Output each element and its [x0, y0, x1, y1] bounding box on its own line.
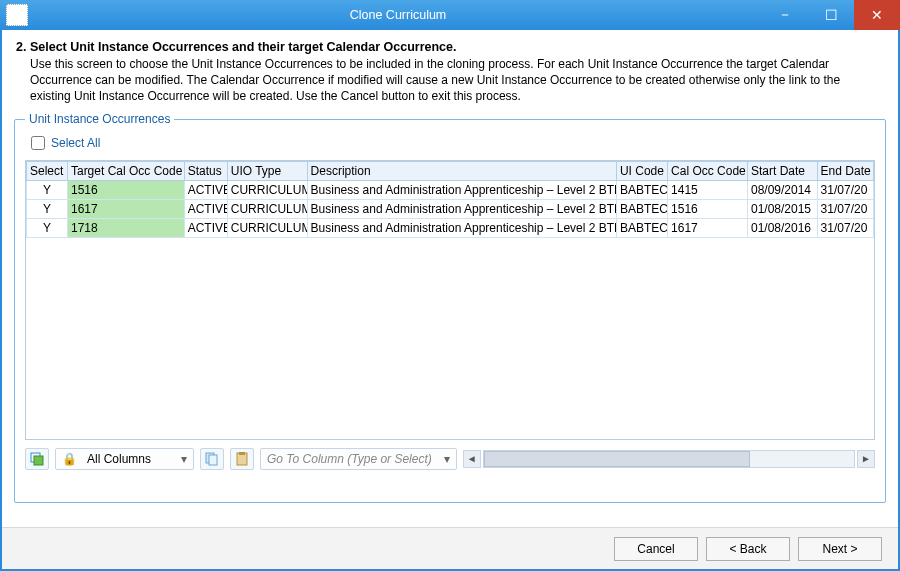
- column-header-cal_code[interactable]: Cal Occ Code: [668, 161, 748, 180]
- column-header-status[interactable]: Status: [184, 161, 227, 180]
- step-body-text: Use this screen to choose the Unit Insta…: [30, 56, 884, 105]
- scroll-thumb[interactable]: [484, 451, 751, 467]
- lock-icon: 🔒: [56, 452, 83, 466]
- cell-target[interactable]: 1516: [67, 180, 184, 199]
- svg-rect-3: [209, 455, 217, 465]
- window-title: Clone Curriculum: [34, 8, 762, 22]
- cell-ui_code: BABTEC: [616, 199, 667, 218]
- cell-start: 01/08/2016: [747, 218, 817, 237]
- column-header-select[interactable]: Select: [27, 161, 68, 180]
- column-header-ui_code[interactable]: UI Code: [616, 161, 667, 180]
- grid-header-row: SelectTarget Cal Occ CodeStatusUIO TypeD…: [27, 161, 874, 180]
- cancel-button[interactable]: Cancel: [614, 537, 698, 561]
- close-button[interactable]: ✕: [854, 0, 900, 30]
- svg-rect-5: [239, 452, 245, 455]
- cell-uio_type: CURRICULUM: [227, 180, 307, 199]
- cell-ui_code: BABTEC: [616, 180, 667, 199]
- uio-groupbox: Unit Instance Occurrences Select All Sel…: [14, 119, 886, 503]
- next-button[interactable]: Next >: [798, 537, 882, 561]
- cell-cal_code: 1617: [668, 218, 748, 237]
- maximize-button[interactable]: ☐: [808, 0, 854, 30]
- column-header-desc[interactable]: Description: [307, 161, 616, 180]
- grid-toolbar: 🔒 All Columns ▾ Go To Column (Type or Se…: [25, 448, 875, 470]
- cell-select[interactable]: Y: [27, 180, 68, 199]
- step-heading: Select Unit Instance Occurrences and the…: [30, 40, 457, 54]
- cell-status: ACTIVE: [184, 180, 227, 199]
- cell-target[interactable]: 1617: [67, 199, 184, 218]
- cell-cal_code: 1415: [668, 180, 748, 199]
- goto-column-placeholder: Go To Column (Type or Select): [261, 452, 438, 466]
- cell-status: ACTIVE: [184, 199, 227, 218]
- cell-end: 31/07/20: [817, 180, 873, 199]
- select-all-label: Select All: [51, 136, 100, 150]
- groupbox-legend: Unit Instance Occurrences: [25, 112, 174, 126]
- cell-target[interactable]: 1718: [67, 218, 184, 237]
- cell-ui_code: BABTEC: [616, 218, 667, 237]
- column-picker[interactable]: 🔒 All Columns ▾: [55, 448, 194, 470]
- back-button[interactable]: < Back: [706, 537, 790, 561]
- cell-status: ACTIVE: [184, 218, 227, 237]
- export-icon[interactable]: [25, 448, 49, 470]
- table-row[interactable]: Y1516ACTIVECURRICULUMBusiness and Admini…: [27, 180, 874, 199]
- column-picker-label: All Columns: [83, 452, 175, 466]
- table-row[interactable]: Y1718ACTIVECURRICULUMBusiness and Admini…: [27, 218, 874, 237]
- copy-icon[interactable]: [200, 448, 224, 470]
- title-bar: Clone Curriculum － ☐ ✕: [0, 0, 900, 30]
- column-header-end[interactable]: End Date: [817, 161, 873, 180]
- svg-rect-1: [34, 456, 43, 465]
- cell-uio_type: CURRICULUM: [227, 199, 307, 218]
- cell-end: 31/07/20: [817, 218, 873, 237]
- step-number: 2.: [16, 40, 26, 54]
- paste-icon[interactable]: [230, 448, 254, 470]
- window-body: 2. Select Unit Instance Occurrences and …: [0, 30, 900, 571]
- cell-desc: Business and Administration Apprenticesh…: [307, 180, 616, 199]
- column-header-uio_type[interactable]: UIO Type: [227, 161, 307, 180]
- table-row[interactable]: Y1617ACTIVECURRICULUMBusiness and Admini…: [27, 199, 874, 218]
- column-header-target[interactable]: Target Cal Occ Code: [67, 161, 184, 180]
- cell-select[interactable]: Y: [27, 199, 68, 218]
- wizard-footer: Cancel < Back Next >: [2, 527, 898, 569]
- chevron-down-icon: ▾: [175, 452, 193, 466]
- cell-select[interactable]: Y: [27, 218, 68, 237]
- system-menu-icon[interactable]: [6, 4, 28, 26]
- chevron-down-icon: ▾: [438, 452, 456, 466]
- cell-uio_type: CURRICULUM: [227, 218, 307, 237]
- column-header-start[interactable]: Start Date: [747, 161, 817, 180]
- cell-start: 08/09/2014: [747, 180, 817, 199]
- wizard-instructions: 2. Select Unit Instance Occurrences and …: [2, 30, 898, 113]
- cell-desc: Business and Administration Apprenticesh…: [307, 199, 616, 218]
- select-all-row: Select All: [31, 136, 875, 150]
- cell-cal_code: 1516: [668, 199, 748, 218]
- select-all-checkbox[interactable]: [31, 136, 45, 150]
- uio-grid[interactable]: SelectTarget Cal Occ CodeStatusUIO TypeD…: [25, 160, 875, 440]
- scroll-right-arrow[interactable]: ►: [857, 450, 875, 468]
- goto-column-select[interactable]: Go To Column (Type or Select) ▾: [260, 448, 457, 470]
- minimize-button[interactable]: －: [762, 0, 808, 30]
- grid-empty-area: [26, 238, 874, 438]
- cell-desc: Business and Administration Apprenticesh…: [307, 218, 616, 237]
- scroll-left-arrow[interactable]: ◄: [463, 450, 481, 468]
- cell-start: 01/08/2015: [747, 199, 817, 218]
- horizontal-scrollbar[interactable]: ◄ ►: [463, 450, 875, 468]
- scroll-track[interactable]: [483, 450, 855, 468]
- cell-end: 31/07/20: [817, 199, 873, 218]
